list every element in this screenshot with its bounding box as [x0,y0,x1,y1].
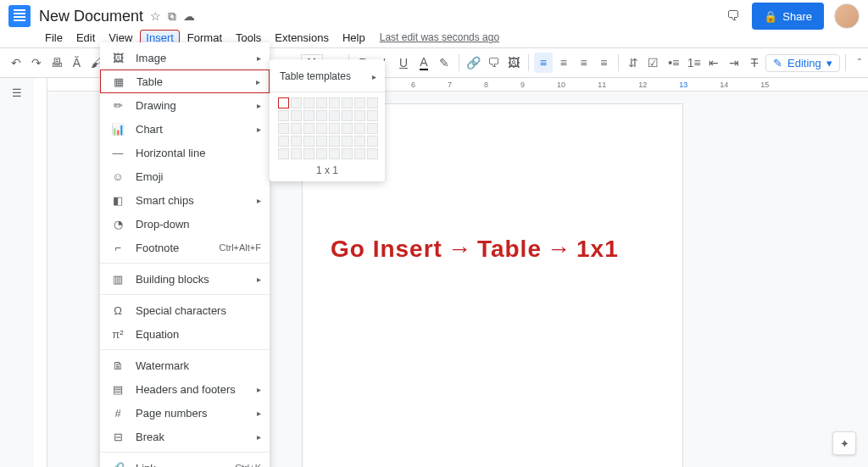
chevron-right-icon: ▸ [257,53,261,63]
insert-menu-dropdown: 🖼Image▸ ▦Table▸ ✏Drawing▸ 📊Chart▸ —Horiz… [100,42,270,467]
insert-image-item[interactable]: 🖼Image▸ [100,46,270,69]
chevron-right-icon: ▸ [257,385,261,394]
menu-file[interactable]: File [39,30,69,46]
chevron-right-icon: ▸ [257,409,261,418]
insert-specialchars-item[interactable]: ΩSpecial characters [100,298,270,322]
insert-hr-item[interactable]: —Horizontal line [100,141,270,164]
share-label: Share [782,10,812,23]
increase-indent-button[interactable]: ⇥ [725,53,743,73]
align-center-button[interactable]: ≡ [554,53,573,73]
insert-emoji-item[interactable]: ☺Emoji [100,164,270,188]
insert-pagenumbers-item[interactable]: #Page numbers▸ [100,401,270,425]
table-templates-item[interactable]: Table templates ▸ [270,66,385,86]
decrease-indent-button[interactable]: ⇤ [705,53,724,73]
last-edit-link[interactable]: Last edit was seconds ago [380,31,499,43]
checklist-button[interactable]: ☑ [644,53,663,73]
clear-formatting-button[interactable]: T [745,53,764,73]
outline-toggle[interactable]: ☰ [0,78,34,467]
chevron-right-icon: ▸ [257,101,261,110]
chevron-right-icon: ▸ [372,72,376,81]
insert-footnote-item[interactable]: ⌐FootnoteCtrl+Alt+F [100,236,270,259]
pi-icon: π² [110,328,125,341]
editing-label: Editing [787,57,821,69]
insert-chart-item[interactable]: 📊Chart▸ [100,117,270,141]
explore-button[interactable]: ✦ [832,431,856,455]
table-icon: ▦ [111,75,126,88]
cloud-icon[interactable]: ☁ [183,9,195,24]
share-button[interactable]: 🔒 Share [752,3,824,30]
spellcheck-button[interactable]: Ă [67,53,86,73]
break-icon: ⊟ [110,431,125,443]
document-title[interactable]: New Document [39,8,143,25]
collapse-toolbar-button[interactable]: ˆ [858,57,861,69]
print-button[interactable]: 🖶 [47,53,66,73]
numbered-list-button[interactable]: 1≡ [685,53,704,73]
chevron-right-icon: ▸ [256,77,260,86]
chevron-right-icon: ▸ [257,275,261,284]
emoji-icon: ☺ [110,170,125,183]
menu-edit[interactable]: Edit [70,30,101,46]
menu-help[interactable]: Help [337,30,371,46]
insert-headersfooters-item[interactable]: ▤Headers and footers▸ [100,377,270,401]
insert-buildingblocks-item[interactable]: ▥Building blocks▸ [100,267,270,291]
grid-cell-1-1[interactable] [278,97,289,108]
star-icon[interactable]: ☆ [150,9,161,24]
arrow-icon: → [547,236,571,263]
insert-break-item[interactable]: ⊟Break▸ [100,425,270,448]
hr-icon: — [110,147,125,159]
align-right-button[interactable]: ≡ [575,53,593,73]
chart-icon: 📊 [110,123,125,136]
undo-button[interactable]: ↶ [7,53,25,73]
table-size-label: 1 x 1 [270,159,385,176]
insert-image-button[interactable]: 🖼 [504,53,523,73]
insert-link-item[interactable]: 🔗LinkCtrl+K [100,456,270,467]
table-submenu: Table templates ▸ 1 x 1 [270,59,385,181]
image-icon: 🖼 [110,52,125,64]
arrow-icon: → [448,236,472,263]
watermark-icon: 🗎 [110,359,125,372]
drawing-icon: ✏ [110,99,125,112]
redo-button[interactable]: ↷ [27,53,46,73]
align-left-button[interactable]: ≡ [534,53,553,73]
dropdown-icon: ◔ [110,218,125,231]
insert-dropdown-item[interactable]: ◔Drop-down [100,212,270,236]
pencil-icon: ✎ [773,57,782,69]
chevron-down-icon: ▾ [826,57,832,69]
chips-icon: ◧ [110,194,125,207]
vertical-ruler [34,78,47,467]
chevron-right-icon: ▸ [257,125,261,134]
insert-watermark-item[interactable]: 🗎Watermark [100,353,270,377]
bulleted-list-button[interactable]: •≡ [665,53,683,73]
insert-equation-item[interactable]: π²Equation [100,322,270,346]
table-size-grid[interactable] [270,97,385,159]
footnote-icon: ⌐ [110,242,125,254]
headers-icon: ▤ [110,383,125,396]
chevron-right-icon: ▸ [257,196,261,205]
link-icon: 🔗 [110,462,125,468]
underline-button[interactable]: U [394,53,413,73]
omega-icon: Ω [110,304,125,317]
text-color-button[interactable]: A [415,53,433,73]
add-comment-button[interactable]: 🗨 [484,53,503,73]
mode-editing-button[interactable]: ✎ Editing ▾ [765,54,840,72]
docs-logo[interactable] [8,5,31,27]
highlight-button[interactable]: ✎ [435,53,453,73]
move-icon[interactable]: ⧉ [168,9,176,24]
insert-smartchips-item[interactable]: ◧Smart chips▸ [100,188,270,212]
blocks-icon: ▥ [110,273,125,286]
align-justify-button[interactable]: ≡ [595,53,614,73]
lock-icon: 🔒 [764,10,777,23]
insert-drawing-item[interactable]: ✏Drawing▸ [100,93,270,117]
annotation-overlay: Go Insert → Table → 1x1 [331,236,619,263]
account-avatar[interactable] [834,3,860,29]
line-spacing-button[interactable]: ⇵ [624,53,643,73]
pagenum-icon: # [110,407,125,420]
title-bar: New Document ☆ ⧉ ☁ 🗨 🔒 Share [0,0,868,27]
chevron-right-icon: ▸ [257,432,261,442]
menu-extensions[interactable]: Extensions [269,30,335,46]
insert-table-item[interactable]: ▦Table▸ [100,69,270,93]
insert-link-button[interactable]: 🔗 [465,53,483,73]
comment-history-icon[interactable]: 🗨 [725,8,742,25]
